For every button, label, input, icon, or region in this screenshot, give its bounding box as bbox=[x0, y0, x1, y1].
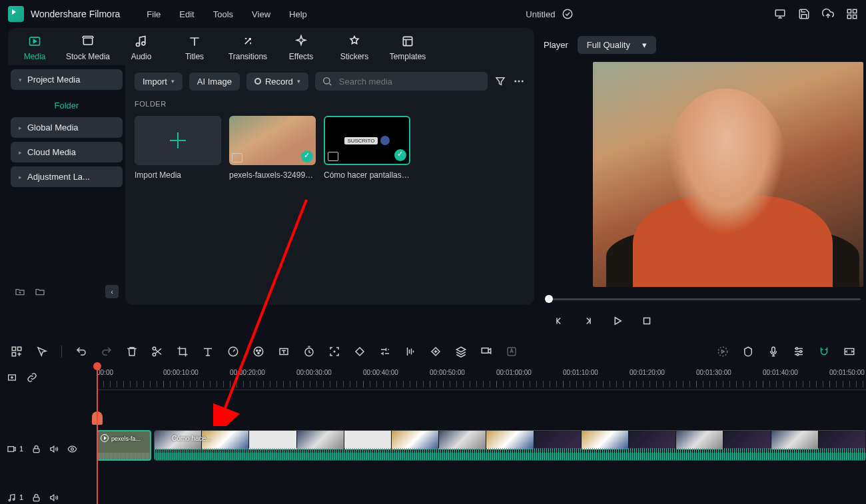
redo-icon[interactable] bbox=[101, 346, 113, 358]
clip-como-hacer[interactable]: Cómo hace... bbox=[154, 430, 866, 461]
stop-icon[interactable] bbox=[641, 315, 653, 327]
equalizer-icon[interactable] bbox=[404, 346, 416, 358]
search-input[interactable] bbox=[339, 77, 481, 87]
menu-view[interactable]: View bbox=[252, 9, 270, 19]
text-box-icon[interactable] bbox=[278, 346, 290, 358]
menu-tools[interactable]: Tools bbox=[213, 9, 233, 19]
color-icon[interactable] bbox=[252, 346, 264, 358]
lock-icon[interactable] bbox=[31, 444, 41, 454]
layers-icon[interactable] bbox=[455, 346, 467, 358]
apps-icon[interactable] bbox=[11, 346, 23, 358]
scrub-handle[interactable] bbox=[545, 295, 553, 303]
video-track-1: 1 pexels-fa... Cómo hace... bbox=[0, 430, 866, 467]
sidebar-cloud-media[interactable]: ▸ Cloud Media bbox=[11, 142, 123, 162]
speed-dial-icon[interactable] bbox=[227, 346, 239, 358]
adjust-icon[interactable] bbox=[379, 346, 391, 358]
crop-icon[interactable] bbox=[177, 346, 189, 358]
collapse-sidebar-button[interactable]: ‹ bbox=[105, 285, 119, 298]
timeline-body: 1 pexels-fa... Cómo hace... bbox=[0, 390, 866, 504]
tab-effects[interactable]: Effects bbox=[274, 35, 328, 61]
text-icon[interactable] bbox=[202, 346, 214, 358]
clip2-thumb[interactable]: SUSCRITO bbox=[324, 116, 410, 165]
media-item-clip2[interactable]: SUSCRITO Cómo hacer pantallas ... bbox=[324, 116, 410, 180]
audio-track-1: 1 bbox=[0, 487, 866, 504]
scrubber[interactable] bbox=[545, 295, 861, 303]
monitor-icon[interactable] bbox=[774, 8, 786, 20]
sidebar-project-media[interactable]: ▾ Project Media bbox=[11, 69, 123, 90]
filter-icon[interactable] bbox=[494, 75, 506, 87]
track-lane[interactable]: pexels-fa... Cómo hace... bbox=[97, 430, 866, 467]
menu-help[interactable]: Help bbox=[289, 9, 307, 19]
prev-frame-icon[interactable] bbox=[553, 315, 565, 327]
tab-audio[interactable]: Audio bbox=[115, 35, 168, 61]
svg-rect-15 bbox=[644, 318, 650, 324]
mute-icon[interactable] bbox=[49, 444, 59, 454]
media-item-import[interactable]: Import Media bbox=[135, 116, 221, 180]
timeline-ruler[interactable]: 00:00 00:00:10:00 00:00:20:00 00:00:30:0… bbox=[97, 365, 866, 390]
magnet-icon[interactable] bbox=[818, 346, 830, 358]
svg-rect-1 bbox=[775, 10, 785, 16]
tab-titles[interactable]: Titles bbox=[168, 35, 221, 61]
mixer-icon[interactable] bbox=[793, 346, 805, 358]
new-folder-icon[interactable] bbox=[15, 286, 25, 297]
tab-stickers[interactable]: Stickers bbox=[328, 35, 381, 61]
pointer-icon[interactable] bbox=[36, 346, 48, 358]
track-lane[interactable] bbox=[97, 487, 866, 504]
tab-stock-media[interactable]: Stock Media bbox=[61, 35, 115, 61]
preview-figure bbox=[666, 89, 786, 235]
preview-canvas[interactable] bbox=[593, 62, 863, 287]
record-button[interactable]: Record ▾ bbox=[246, 73, 308, 91]
screen-record-icon[interactable] bbox=[480, 346, 492, 358]
link-icon[interactable] bbox=[27, 372, 37, 383]
mute-icon[interactable] bbox=[49, 493, 59, 503]
marker-icon[interactable] bbox=[742, 346, 754, 358]
search-icon bbox=[322, 76, 332, 87]
tab-transitions[interactable]: Transitions bbox=[221, 35, 274, 61]
sidebar-global-media[interactable]: ▸ Global Media bbox=[11, 117, 123, 138]
sidebar-adjustment[interactable]: ▸ Adjustment La... bbox=[11, 166, 123, 187]
tab-media[interactable]: Media bbox=[8, 35, 61, 61]
quality-select[interactable]: Full Quality ▾ bbox=[578, 36, 656, 54]
menu-file[interactable]: File bbox=[147, 9, 161, 19]
svg-rect-2 bbox=[847, 9, 851, 13]
ai-tool-icon[interactable] bbox=[506, 346, 518, 358]
mic-icon[interactable] bbox=[767, 346, 779, 358]
timer-icon[interactable] bbox=[303, 346, 315, 358]
render-icon[interactable] bbox=[717, 346, 729, 358]
folder-icon[interactable] bbox=[35, 286, 45, 297]
delete-icon[interactable] bbox=[126, 346, 138, 358]
music-track-icon[interactable] bbox=[7, 493, 17, 503]
effects-icon bbox=[294, 35, 308, 48]
grid-icon[interactable] bbox=[846, 8, 858, 20]
media-item-clip1[interactable]: pexels-fauxels-324993... bbox=[229, 116, 316, 180]
focus-icon[interactable] bbox=[328, 346, 340, 358]
cloud-upload-icon[interactable] bbox=[822, 8, 834, 20]
transitions-icon bbox=[240, 35, 255, 48]
undo-icon[interactable] bbox=[75, 346, 87, 358]
tick: 00:00:50:00 bbox=[430, 369, 465, 376]
import-button[interactable]: Import ▾ bbox=[135, 73, 183, 91]
ai-image-button[interactable]: AI Image bbox=[189, 73, 240, 91]
video-track-icon[interactable] bbox=[7, 444, 17, 454]
clip-pexels[interactable]: pexels-fa... bbox=[97, 430, 151, 461]
tab-templates[interactable]: Templates bbox=[381, 35, 434, 61]
playhead[interactable] bbox=[97, 365, 98, 504]
svg-rect-16 bbox=[12, 347, 15, 350]
sidebar-folder[interactable]: Folder bbox=[11, 94, 123, 117]
more-icon[interactable] bbox=[513, 75, 525, 87]
save-icon[interactable] bbox=[798, 8, 810, 20]
play-icon[interactable] bbox=[612, 315, 624, 327]
split-icon[interactable] bbox=[151, 346, 163, 358]
menu-edit[interactable]: Edit bbox=[179, 9, 194, 19]
lock-icon[interactable] bbox=[31, 493, 41, 503]
add-track-icon[interactable] bbox=[7, 372, 17, 383]
project-title: Untitled bbox=[526, 9, 555, 19]
clip1-thumb[interactable] bbox=[229, 116, 316, 165]
svg-point-40 bbox=[71, 447, 74, 450]
import-thumb[interactable] bbox=[135, 116, 221, 165]
keyframe-add-icon[interactable] bbox=[430, 346, 442, 358]
keyframe-icon[interactable] bbox=[354, 346, 366, 358]
fit-icon[interactable] bbox=[843, 346, 855, 358]
eye-icon[interactable] bbox=[67, 444, 77, 454]
next-frame-icon[interactable] bbox=[582, 315, 594, 327]
